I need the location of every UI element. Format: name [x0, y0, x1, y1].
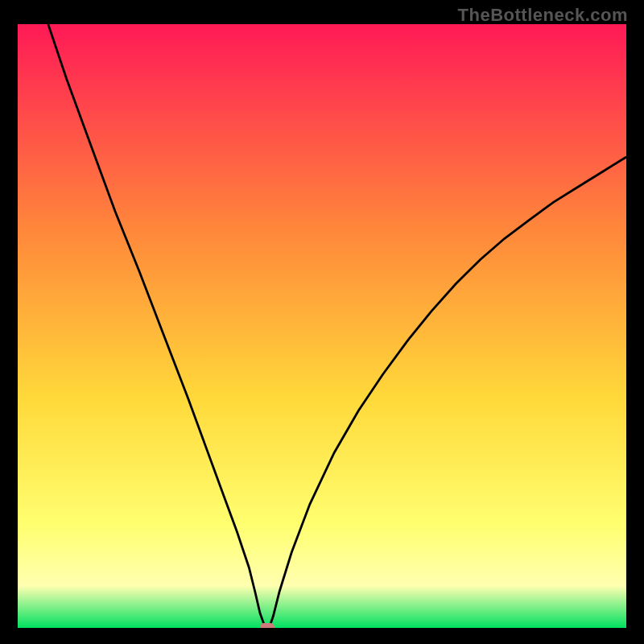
plot-area: [18, 24, 626, 628]
chart-frame: TheBottleneck.com: [0, 0, 644, 644]
gradient-background: [18, 24, 626, 628]
min-point-marker: [260, 623, 275, 628]
chart-svg: [18, 24, 626, 628]
watermark-text: TheBottleneck.com: [458, 5, 628, 26]
